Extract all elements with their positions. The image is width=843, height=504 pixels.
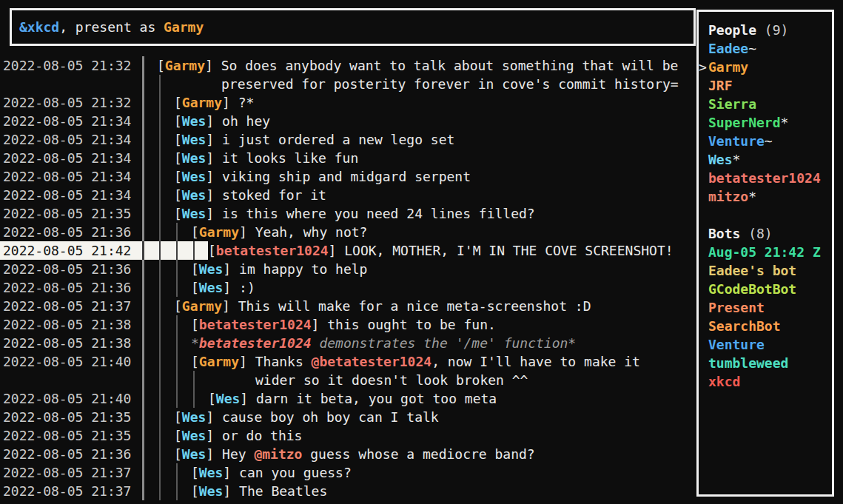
person-item-supernerd[interactable]: SuperNerd* (699, 113, 832, 132)
people-header: People (9) (699, 21, 832, 39)
person-item-venture[interactable]: Venture~ (699, 132, 832, 150)
nick-garmy[interactable]: Garmy (199, 224, 239, 240)
person-item-betatester1024[interactable]: betatester1024 (699, 169, 832, 187)
nick-betatester1024[interactable]: @betatester1024 (312, 354, 432, 369)
message-fragment: [ (174, 150, 182, 166)
nick-wes[interactable]: Wes (182, 150, 206, 166)
message-fragment: LOOK, MOTHER, I'M IN THE COVE SCREENSHOT… (344, 243, 673, 258)
message-timestamp: 2022-08-05 21:34 (3, 167, 131, 186)
message-fragment: is this where you need 24 lines filled? (222, 206, 535, 221)
person-item-wes[interactable]: Wes* (699, 150, 832, 169)
message-fragment: guess whose a mediocre band? (302, 446, 534, 462)
thread-guide-line (176, 223, 178, 241)
person-item-sierra[interactable]: Sierra (699, 95, 832, 113)
message-fragment: [ (174, 169, 182, 184)
nick-wes[interactable]: Wes (199, 280, 224, 295)
nick-wes[interactable]: Wes (182, 113, 206, 129)
bot-item-present[interactable]: Present (699, 298, 832, 317)
message-text: [Garmy] So does anybody want to talk abo… (157, 56, 678, 75)
nick-wes[interactable]: Wes (182, 187, 206, 203)
message-fragment: :) (239, 280, 255, 295)
thread-guide-line (159, 334, 161, 352)
message-text: [Wes] it looks like fun (174, 149, 358, 167)
marker-slot (699, 261, 708, 280)
bot-item-eadee-s-bot[interactable]: Eadee's bot (699, 261, 832, 280)
timestamp-separator-line (142, 112, 144, 130)
message-text: [Wes] darn it beta, you got too meta (208, 389, 497, 408)
timestamp-separator-line (142, 93, 144, 112)
message-text: [Wes] viking ship and midgard serpent (174, 167, 471, 186)
presence-suffix: ~ (765, 132, 773, 150)
thread-guide-line (159, 371, 161, 389)
person-item-jrf[interactable]: JRF (699, 76, 832, 95)
nick-wes[interactable]: Wes (199, 483, 224, 499)
person-name: Wes (708, 150, 733, 169)
nick-garmy[interactable]: Garmy (182, 298, 222, 314)
message-fragment: [ (191, 261, 199, 277)
nick-garmy[interactable]: Garmy (182, 95, 222, 110)
timestamp-separator-line (142, 241, 144, 260)
person-item-garmy[interactable]: >Garmy (699, 58, 832, 76)
nick-betatester1024[interactable]: betatester1024 (199, 317, 312, 332)
message-fragment: ] (206, 409, 222, 425)
thread-guide-line (176, 278, 178, 297)
timestamp-separator-line (142, 204, 144, 223)
thread-guide-line (159, 389, 161, 408)
person-name: Sierra (708, 95, 756, 113)
person-name: JRF (708, 76, 733, 95)
thread-guide-line (159, 482, 161, 500)
nick-garmy[interactable]: Garmy (165, 58, 205, 73)
bot-item-aug-05-21-42-z[interactable]: Aug-05 21:42 Z (699, 243, 832, 261)
person-item-mitzo[interactable]: mitzo* (699, 187, 832, 206)
person-item-eadee[interactable]: Eadee~ (699, 39, 832, 58)
message-text: [Garmy] ?* (174, 93, 254, 112)
message-timestamp: 2022-08-05 21:36 (3, 223, 131, 241)
bot-item-gcodebotbot[interactable]: GCodeBotBot (699, 280, 832, 298)
message-text: preserved for posterity forever in cove'… (221, 75, 679, 93)
nick-mitzo[interactable]: @mitzo (254, 446, 302, 462)
message-text: [Wes] oh hey (174, 112, 270, 130)
nick-wes[interactable]: Wes (182, 446, 206, 462)
bot-item-xkcd[interactable]: xkcd (699, 372, 832, 391)
bot-item-tumbleweed[interactable]: tumbleweed (699, 354, 832, 372)
nick-wes[interactable]: Wes (182, 206, 206, 221)
message-text: *betatester1024 demonstrates the '/me' f… (191, 334, 576, 352)
presence-suffix: ~ (748, 39, 756, 58)
nick-wes[interactable]: Wes (182, 428, 206, 443)
message-fragment: i just ordered a new lego set (222, 132, 454, 147)
marker-slot (699, 280, 708, 298)
message-timestamp: 2022-08-05 21:34 (3, 149, 131, 167)
message-fragment: [ (174, 409, 182, 425)
timestamp-separator-line (142, 260, 144, 278)
bot-item-venture[interactable]: Venture (699, 335, 832, 354)
nick-wes[interactable]: Wes (199, 261, 224, 277)
nick-wes[interactable]: Wes (182, 132, 206, 147)
thread-guide-line (159, 149, 161, 167)
message-fragment: [ (191, 465, 199, 480)
timestamp-separator-line (142, 426, 144, 445)
message-fragment: ] (239, 354, 255, 369)
thread-guide-line (159, 130, 161, 149)
message-fragment: [ (174, 446, 182, 462)
message-timestamp: 2022-08-05 21:36 (3, 278, 131, 297)
nick-wes[interactable]: Wes (199, 465, 224, 480)
message-fragment: im happy to help (239, 261, 367, 277)
message-text: wider so it doesn't look broken ^^ (255, 371, 528, 389)
message-timestamp: 2022-08-05 21:40 (3, 389, 131, 408)
message-timestamp: 2022-08-05 21:38 (3, 334, 131, 352)
nick-betatester1024[interactable]: betatester1024 (216, 243, 329, 258)
nick-wes[interactable]: Wes (182, 409, 206, 425)
nick-betatester1024[interactable]: betatester1024 (199, 335, 312, 351)
bot-item-searchbot[interactable]: SearchBot (699, 317, 832, 335)
thread-guide-line (159, 75, 161, 93)
message-fragment: , now I'll have to make it (431, 354, 640, 369)
message-fragment: ] (240, 391, 256, 406)
message-timestamp: 2022-08-05 21:32 (3, 93, 131, 112)
nick-garmy[interactable]: Garmy (199, 354, 239, 369)
nick-wes[interactable]: Wes (216, 391, 241, 406)
message-fragment: ] (223, 483, 239, 499)
message-text: [Wes] stoked for it (174, 186, 326, 204)
nick-wes[interactable]: Wes (182, 169, 206, 184)
message-fragment: [ (191, 317, 199, 332)
message-fragment: stoked for it (222, 187, 326, 203)
